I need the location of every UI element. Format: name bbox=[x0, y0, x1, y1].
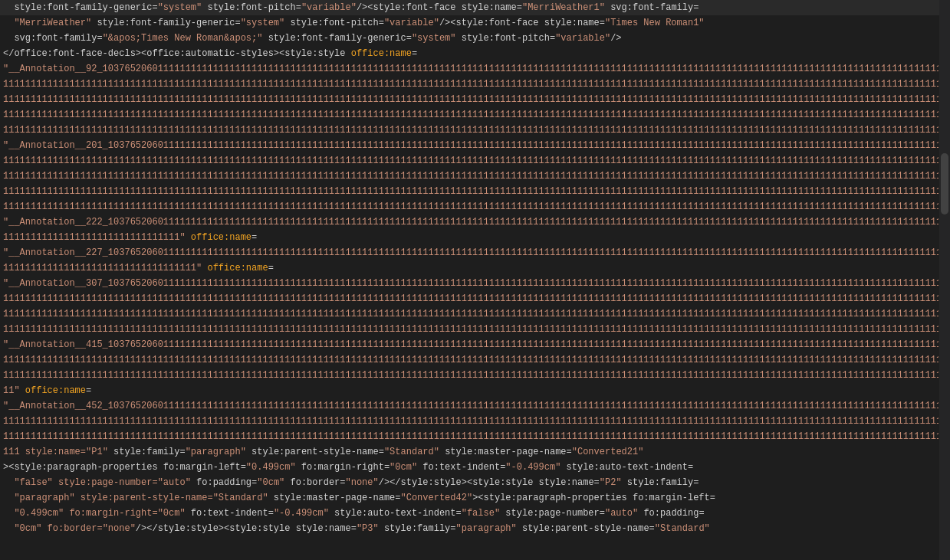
token: style:family= bbox=[108, 447, 186, 457]
token: "__Annotation__222_103765206011111111111… bbox=[3, 217, 938, 228]
token: svg:font-family= bbox=[3, 33, 103, 44]
token: "&apos;Times New Roman&apos;" bbox=[103, 33, 263, 44]
code-line: 1111111111111111111111111111111111111111… bbox=[0, 414, 950, 429]
line-content: 1111111111111111111111111111111111111111… bbox=[0, 77, 938, 92]
token: style:auto-text-indent= bbox=[560, 462, 693, 473]
code-line: "__Annotation__201_103765206011111111111… bbox=[0, 138, 950, 153]
token: 1111111111111111111111111111111111111111… bbox=[3, 370, 938, 381]
line-content: 1111111111111111111111111111111111111111… bbox=[0, 199, 938, 215]
token: style:page-number= bbox=[500, 508, 605, 519]
token: 1111111111111111111111111111111111111111… bbox=[3, 171, 938, 182]
token: "paragraph" style:parent-style-name= bbox=[3, 493, 213, 503]
token: svg:font-family= bbox=[605, 2, 699, 13]
code-line: "__Annotation__415_103765206011111111111… bbox=[0, 337, 950, 352]
line-content: 11111111111111111111111111111111111" off… bbox=[0, 260, 938, 276]
token: "0.499cm" bbox=[246, 462, 296, 473]
token: /></style:style><style:style style:name= bbox=[379, 477, 600, 488]
line-content: 1111111111111111111111111111111111111111… bbox=[0, 368, 938, 383]
line-content: 1111111111111111111111111111111111111111… bbox=[0, 306, 938, 322]
code-line: "__Annotation__227_103765206011111111111… bbox=[0, 245, 950, 260]
token: ><style:paragraph-properties fo:margin-l… bbox=[3, 462, 246, 473]
token: "auto" bbox=[605, 508, 638, 519]
token: fo:padding= bbox=[638, 508, 704, 519]
code-line: "0.499cm" fo:margin-right="0cm" fo:text-… bbox=[0, 506, 950, 521]
token: </office:font-face-decls><office:automat… bbox=[3, 48, 351, 59]
token: style:font-family-generic= bbox=[91, 18, 240, 28]
line-content: 1111111111111111111111111111111111111111… bbox=[0, 123, 938, 138]
token: 1111111111111111111111111111111111111111… bbox=[3, 293, 938, 304]
token: "__Annotation__452_103765206011111111111… bbox=[3, 401, 938, 411]
token: "0cm" bbox=[257, 477, 284, 488]
token: "Times New Roman1" bbox=[605, 18, 705, 28]
token: fo:padding= bbox=[191, 477, 257, 488]
line-content: 1111111111111111111111111111111111111111… bbox=[0, 429, 938, 444]
token: "variable" bbox=[384, 18, 439, 28]
token: "paragraph" bbox=[456, 523, 517, 534]
token: 1111111111111111111111111111111111111111… bbox=[3, 431, 938, 442]
token: "__Annotation__415_103765206011111111111… bbox=[3, 339, 938, 350]
line-content: style:font-family-generic="system" style… bbox=[0, 0, 938, 15]
token: "false" bbox=[462, 508, 500, 519]
token: "-0.499cm" bbox=[274, 508, 329, 519]
token: "-0.499cm" bbox=[505, 462, 560, 473]
token: = bbox=[251, 232, 257, 243]
token: "none" bbox=[103, 523, 136, 534]
code-line: 1111111111111111111111111111111111111111… bbox=[0, 352, 950, 368]
scrollbar-thumb[interactable] bbox=[941, 153, 948, 215]
token: /><style:font-face style:name= bbox=[439, 18, 605, 28]
line-area[interactable]: style:font-family-generic="system" style… bbox=[0, 0, 950, 560]
code-line: 1111111111111111111111111111111111111111… bbox=[0, 77, 950, 92]
line-content: 1111111111111111111111111111111111111111… bbox=[0, 352, 938, 368]
code-line: 1111111111111111111111111111111111111111… bbox=[0, 368, 950, 383]
line-content: svg:font-family="&apos;Times New Roman&a… bbox=[0, 31, 938, 46]
token: 1111111111111111111111111111111111111111… bbox=[3, 309, 938, 319]
line-content: "__Annotation__452_103765206011111111111… bbox=[0, 398, 938, 414]
code-line: 1111111111111111111111111111111111111111… bbox=[0, 322, 950, 337]
token: office:name bbox=[351, 48, 412, 59]
line-content: "0.499cm" fo:margin-right="0cm" fo:text-… bbox=[0, 506, 938, 521]
token: "system" bbox=[412, 33, 456, 44]
token: style:auto-text-indent= bbox=[329, 508, 462, 519]
token: 1111111111111111111111111111111111111111… bbox=[3, 94, 938, 105]
token: "Standard" bbox=[655, 523, 710, 534]
token: 1111111111111111111111111111111111111111… bbox=[3, 355, 938, 365]
token: /><style:font-face style:name= bbox=[357, 2, 522, 13]
code-line: 11" office:name=↵ bbox=[0, 383, 950, 398]
token: style:parent-style-name= bbox=[517, 523, 655, 534]
token: "variable" bbox=[555, 33, 610, 44]
token: "paragraph" bbox=[186, 447, 246, 457]
code-line: 1111111111111111111111111111111111111111… bbox=[0, 123, 950, 138]
code-line: 1111111111111111111111111111111111111111… bbox=[0, 199, 950, 215]
code-line: ><style:paragraph-properties fo:margin-l… bbox=[0, 460, 950, 475]
token: style:family= bbox=[379, 523, 456, 534]
editor-container: style:font-family-generic="system" style… bbox=[0, 0, 950, 560]
line-content: 1111111111111111111111111111111111111111… bbox=[0, 322, 938, 337]
code-line: "__Annotation__307_103765206011111111111… bbox=[0, 276, 950, 291]
code-line: 1111111111111111111111111111111111111111… bbox=[0, 429, 950, 444]
token: 1111111111111111111111111111111111111111… bbox=[3, 110, 938, 120]
line-content: 111 style:name="P1" style:family="paragr… bbox=[0, 444, 938, 460]
token: style:master-page-name= bbox=[439, 447, 572, 457]
token: fo:text-indent= bbox=[186, 508, 274, 519]
scrollbar-track[interactable] bbox=[939, 0, 950, 560]
line-content: "paragraph" style:parent-style-name="Sta… bbox=[0, 490, 938, 506]
token: "system" bbox=[241, 18, 285, 28]
line-content: 1111111111111111111111111111111111111111… bbox=[0, 153, 938, 169]
token: "Converted42" bbox=[401, 493, 473, 503]
code-line: 11111111111111111111111111111111111" off… bbox=[0, 260, 950, 276]
token: "0cm" bbox=[158, 508, 186, 519]
token: style:font-pitch= bbox=[202, 2, 301, 13]
token: "Standard" bbox=[384, 447, 439, 457]
token: "auto" bbox=[158, 477, 191, 488]
line-content: 1111111111111111111111111111111111111111… bbox=[0, 92, 938, 107]
code-line: </office:font-face-decls><office:automat… bbox=[0, 46, 950, 61]
token: "Converted21" bbox=[572, 447, 644, 457]
token: "P3" bbox=[357, 523, 379, 534]
token: "Standard" bbox=[213, 493, 268, 503]
token: fo:margin-right= bbox=[296, 462, 390, 473]
token: 1111111111111111111111111111111111111111… bbox=[3, 201, 938, 212]
token: "0cm" fo:border= bbox=[3, 523, 103, 534]
token: style:family= bbox=[622, 477, 699, 488]
token: = bbox=[86, 385, 91, 396]
code-line: "false" style:page-number="auto" fo:padd… bbox=[0, 475, 950, 490]
